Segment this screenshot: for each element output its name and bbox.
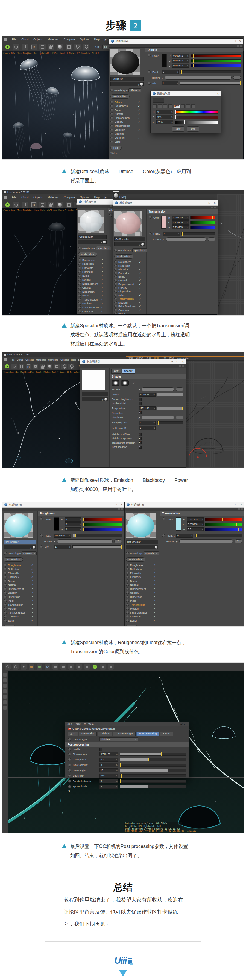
channel-toggle-icon[interactable] <box>114 286 117 290</box>
channel-value-input[interactable]: 0.457255 <box>187 517 204 522</box>
material-channel-item[interactable]: Bump <box>114 275 141 279</box>
color-gradient-slider[interactable] <box>205 523 242 526</box>
render-ball-icon[interactable] <box>47 363 53 369</box>
octane-icon[interactable] <box>92 663 98 670</box>
material-channel-item[interactable]: Diffuse <box>110 100 140 104</box>
material-channel-item[interactable]: Filmindex <box>126 575 155 579</box>
texture-field[interactable] <box>142 387 174 391</box>
float-value-input[interactable]: 0 <box>176 534 193 538</box>
material-type-dropdown[interactable]: Specular <box>144 551 159 555</box>
menu-item[interactable]: Cloud <box>16 358 25 361</box>
help-icon[interactable]: ? <box>65 789 189 794</box>
material-channel-item[interactable]: Transmission <box>110 124 140 128</box>
menu-item[interactable]: Materials <box>35 358 47 361</box>
up-icon[interactable] <box>183 723 187 725</box>
channel-value-input[interactable]: 0.736939 <box>172 225 189 229</box>
mix-value-input[interactable]: 1. <box>54 545 71 549</box>
param-bullet-icon[interactable] <box>148 54 150 57</box>
mix-value-input[interactable]: 1. <box>161 81 179 85</box>
channel-toggle-icon[interactable] <box>110 136 113 139</box>
kelvin-mode-icon[interactable] <box>181 104 185 108</box>
channel-toggle-icon[interactable] <box>78 314 81 315</box>
material-preview[interactable] <box>78 210 104 233</box>
render-ball-icon[interactable] <box>57 201 64 208</box>
maximize-icon[interactable] <box>177 360 178 364</box>
texture-expand-icon[interactable] <box>161 76 163 79</box>
menu-item[interactable]: Objects <box>31 196 45 199</box>
render-ball-icon[interactable] <box>57 43 64 50</box>
close-icon[interactable] <box>120 503 122 507</box>
channel-toggle-icon[interactable] <box>110 116 113 119</box>
node-editor-button[interactable]: Node Editor <box>110 94 129 99</box>
camera-tab[interactable]: Camera Imager <box>113 732 136 736</box>
color-gradient-slider[interactable] <box>190 64 241 67</box>
material-channel-item[interactable]: Filmwidth <box>78 266 103 270</box>
menu-item[interactable]: Options <box>77 38 91 41</box>
channel-toggle-icon[interactable] <box>126 595 129 598</box>
node-editor-button[interactable]: Node Editor <box>114 255 133 259</box>
camera-tab[interactable]: 基本 <box>67 732 78 736</box>
cancel-button[interactable]: 取消 <box>187 127 199 132</box>
texture-field[interactable] <box>165 76 232 80</box>
back-icon[interactable] <box>180 723 183 725</box>
material-preview[interactable] <box>110 49 141 75</box>
edit-menu[interactable]: 编辑 <box>76 722 81 726</box>
param-bullet-icon[interactable] <box>148 70 150 73</box>
material-channel-item[interactable]: Dispersion <box>4 595 34 599</box>
settings-icon[interactable] <box>39 43 46 50</box>
axis-icon[interactable] <box>52 663 59 670</box>
slider-marker[interactable] <box>193 64 193 67</box>
channel-toggle-icon[interactable] <box>110 132 113 135</box>
channel-toggle-icon[interactable] <box>78 306 81 309</box>
channel-toggle-icon[interactable] <box>110 140 113 143</box>
camera-tab[interactable]: Motion Blur <box>79 732 97 736</box>
material-channel-item[interactable]: Transmission <box>126 603 155 607</box>
material-channel-item[interactable]: Medium <box>4 607 34 611</box>
userdata-menu[interactable]: 用户数据 <box>84 722 94 726</box>
material-channel-item[interactable]: Reflection <box>114 264 141 268</box>
spectral-intensity-input[interactable]: 0 <box>99 779 118 783</box>
glare-amount-input[interactable]: 3 <box>99 763 118 767</box>
material-channel-item[interactable]: Filmindex <box>78 270 103 274</box>
channel-toggle-icon[interactable] <box>126 607 129 610</box>
texture-expand-icon[interactable] <box>163 238 164 241</box>
material-channel-item[interactable]: Roughness <box>114 260 141 264</box>
material-shader-field[interactable] <box>82 397 108 401</box>
menu-item[interactable]: Cloud <box>19 38 31 41</box>
texture-field[interactable] <box>179 539 233 543</box>
close-icon[interactable] <box>214 201 216 205</box>
pin-camera-icon[interactable] <box>74 43 81 50</box>
pause-icon[interactable] <box>22 43 29 50</box>
help-button[interactable]: Help <box>110 146 121 150</box>
minimize-icon[interactable] <box>229 39 230 43</box>
material-channel-item[interactable]: Normal <box>126 583 155 587</box>
shader-tab[interactable]: 基本 <box>111 369 121 374</box>
channel-toggle-icon[interactable] <box>126 611 129 614</box>
channel-toggle-icon[interactable] <box>78 286 81 289</box>
minimize-icon[interactable] <box>110 503 112 507</box>
layers-icon[interactable] <box>108 663 114 670</box>
transparent-emission-checkbox[interactable] <box>139 441 142 444</box>
distribution-field[interactable] <box>142 415 174 419</box>
camera-tab[interactable]: Post processing <box>136 732 159 736</box>
float-slider[interactable] <box>181 70 241 73</box>
channel-toggle-icon[interactable] <box>4 564 7 566</box>
camera-tab[interactable]: Stereo <box>160 732 173 736</box>
material-channel-item[interactable]: Common <box>126 615 155 619</box>
float-value-input[interactable]: 0 <box>163 232 180 236</box>
channel-toggle-icon[interactable] <box>78 310 81 313</box>
grid-menu-icon[interactable] <box>4 196 7 199</box>
channel-toggle-icon[interactable] <box>110 108 113 111</box>
material-channel-item[interactable]: Bump <box>126 579 155 583</box>
channel-toggle-icon[interactable] <box>114 305 117 308</box>
channel-value-input[interactable]: 0 <box>64 527 81 531</box>
material-channel-item[interactable]: Common <box>110 136 140 140</box>
channel-value-input[interactable]: 0 <box>64 517 81 522</box>
shader-tab[interactable]: Shader <box>121 369 135 374</box>
menu-item[interactable]: Help <box>91 196 102 199</box>
mixer-mode-icon[interactable] <box>186 104 190 108</box>
channel-toggle-icon[interactable] <box>126 591 129 594</box>
rotate-icon[interactable] <box>44 663 51 670</box>
material-channel-item[interactable]: Displacement <box>114 282 141 286</box>
channel-toggle-icon[interactable] <box>114 279 117 282</box>
